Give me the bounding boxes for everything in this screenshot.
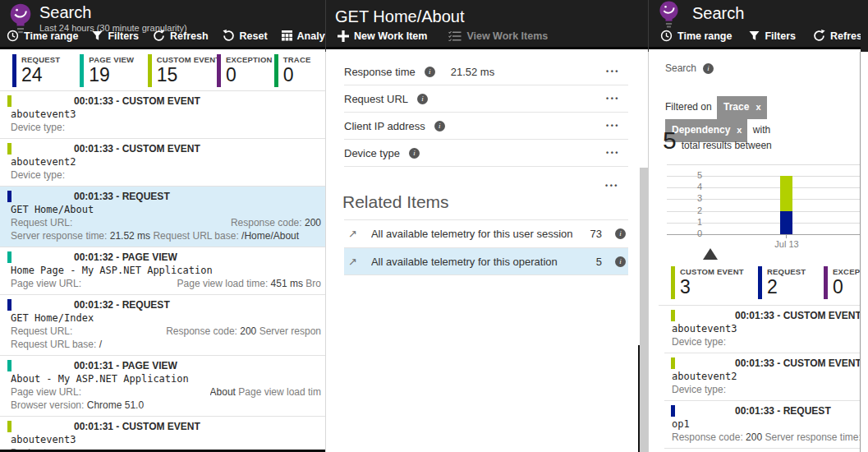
chart-y-tick-label: 2 bbox=[684, 205, 702, 215]
info-icon[interactable] bbox=[409, 148, 420, 159]
clock-icon bbox=[7, 30, 19, 42]
toolbar-filters[interactable]: Filters bbox=[749, 30, 796, 42]
more-options-icon[interactable]: ••• bbox=[606, 95, 620, 103]
telemetry-item[interactable]: 00:01:33 - CUSTOM EVENTaboutevent3Device… bbox=[664, 306, 861, 353]
more-options-icon[interactable]: ••• bbox=[605, 182, 619, 190]
item-header: 00:01:33 - REQUEST bbox=[0, 190, 321, 203]
detail-value: 200 bbox=[746, 431, 762, 443]
toolbar-refresh[interactable]: Refresh bbox=[813, 30, 861, 42]
blade-divider bbox=[648, 52, 649, 452]
telemetry-result-list: 00:01:33 - CUSTOM EVENTaboutevent3Device… bbox=[0, 91, 326, 452]
toolbar-item-label: Time range bbox=[24, 30, 78, 42]
info-icon[interactable] bbox=[434, 121, 445, 131]
telemetry-item[interactable]: 00:01:33 - REQUESTop1Response code: 200 … bbox=[664, 401, 861, 449]
property-row-request-url: Request URL••• bbox=[344, 85, 628, 113]
count-tile-exception[interactable]: EXCEPTION0 bbox=[217, 54, 274, 87]
triangle-up-icon[interactable] bbox=[703, 248, 718, 260]
detail-label: Server response time: bbox=[11, 230, 107, 242]
item-header: 00:01:33 - REQUEST bbox=[664, 404, 861, 417]
detail-left: Device type: bbox=[672, 383, 726, 396]
chart-bar-custom-event[interactable] bbox=[780, 176, 792, 211]
filter-chip-trace[interactable]: Tracex bbox=[717, 96, 766, 119]
telemetry-item[interactable]: 00:01:33 - CUSTOM EVENTaboutevent3Device… bbox=[0, 91, 326, 139]
toolbar-view-work-items[interactable]: View Work Items bbox=[448, 30, 548, 42]
info-icon[interactable] bbox=[417, 94, 428, 104]
detail-left: Device type: bbox=[672, 335, 726, 348]
count-color-bar bbox=[148, 54, 152, 87]
type-color-bar bbox=[7, 299, 11, 311]
toolbar-new-work-item[interactable]: New Work Item bbox=[338, 30, 427, 42]
info-icon[interactable] bbox=[703, 63, 714, 74]
item-name: aboutevent3 bbox=[0, 108, 321, 121]
detail-value: About bbox=[210, 386, 236, 398]
count-tile-trace[interactable]: TRACE0 bbox=[274, 54, 326, 87]
count-tile-page-view[interactable]: PAGE VIEW19 bbox=[80, 54, 147, 87]
filtered-search-blade: Search Time rangeFiltersRefresh Search F… bbox=[649, 0, 861, 452]
count-text: EXCEPTION0 bbox=[226, 54, 273, 87]
chart-bar-request[interactable] bbox=[780, 211, 792, 234]
count-tile-request[interactable]: REQUEST24 bbox=[12, 54, 80, 87]
count-tile-custom-event[interactable]: CUSTOM EVENT3 bbox=[671, 266, 758, 299]
toolbar-reset[interactable]: Reset bbox=[223, 30, 268, 42]
count-text: REQUEST2 bbox=[767, 266, 806, 299]
chart-y-tick-label: 5 bbox=[684, 170, 702, 180]
info-icon[interactable] bbox=[615, 256, 626, 267]
telemetry-item[interactable]: 00:01:31 - PAGE VIEWAbout - My ASP.NET A… bbox=[0, 356, 326, 417]
count-color-bar bbox=[758, 266, 762, 299]
detail-left: Request URL: bbox=[11, 216, 72, 229]
info-icon[interactable] bbox=[615, 228, 626, 239]
related-item-row[interactable]: ↗All available telemetry for this operat… bbox=[344, 247, 628, 275]
telemetry-item[interactable]: 00:01:32 - PAGE VIEWHome Page - My ASP.N… bbox=[0, 247, 326, 295]
more-options-icon[interactable]: ••• bbox=[606, 67, 620, 76]
telemetry-item[interactable]: 00:01:33 - REQUESTGET Home/AboutRequest … bbox=[0, 187, 326, 247]
telemetry-item[interactable]: 00:01:32 - REQUESTGET Home/IndexRequest … bbox=[0, 295, 326, 356]
clock-icon bbox=[660, 30, 673, 42]
detail-right: About Page view load tim bbox=[210, 385, 321, 399]
analytics-icon bbox=[282, 30, 292, 41]
remove-filter-icon[interactable]: x bbox=[755, 98, 760, 117]
related-items-heading: Related Items bbox=[342, 192, 449, 212]
blade-title: Search bbox=[692, 4, 744, 23]
detail-left: Device type: bbox=[11, 121, 65, 134]
count-label: PAGE VIEW bbox=[89, 55, 134, 64]
count-tile-exception[interactable]: EXCEPTION0 bbox=[824, 266, 861, 299]
results-time-chart: 543210Jul 13 bbox=[649, 164, 861, 258]
count-value: 0 bbox=[283, 64, 311, 86]
property-label: Client IP address bbox=[344, 120, 425, 132]
detail-value: / bbox=[99, 339, 102, 350]
toolbar-time-range[interactable]: Time range bbox=[7, 30, 78, 42]
blade-header: Search Time rangeFiltersRefresh bbox=[649, 0, 861, 49]
detail-label: Server response time: bbox=[765, 431, 861, 443]
detail-title: GET Home/About bbox=[335, 7, 464, 26]
item-name: GET Home/About bbox=[0, 203, 321, 216]
related-item-row[interactable]: ↗All available telemetry for this user s… bbox=[344, 219, 628, 247]
count-tile-custom-event[interactable]: CUSTOM EVENT15 bbox=[148, 54, 217, 87]
count-text: EXCEPTION0 bbox=[833, 266, 861, 299]
telemetry-item[interactable]: 00:01:33 - CUSTOM EVENTaboutevent2Device… bbox=[0, 139, 326, 187]
count-label: TRACE bbox=[283, 55, 311, 64]
item-name: GET Home/Index bbox=[0, 311, 321, 325]
detail-toolbar: New Work ItemView Work Items bbox=[338, 30, 548, 42]
item-header: 00:01:33 - CUSTOM EVENT bbox=[664, 357, 861, 370]
toolbar-time-range[interactable]: Time range bbox=[660, 30, 732, 42]
telemetry-item[interactable]: 00:01:33 - CUSTOM EVENTaboutevent2Device… bbox=[664, 353, 861, 401]
detail-left: Page view URL: bbox=[11, 385, 81, 399]
open-external-icon: ↗ bbox=[348, 228, 357, 240]
telemetry-item[interactable] bbox=[664, 449, 861, 452]
toolbar-analytics[interactable]: Analytics bbox=[282, 30, 326, 42]
more-options-icon[interactable]: ••• bbox=[606, 122, 620, 130]
telemetry-item[interactable]: 00:01:31 - CUSTOM EVENTaboutevent3Device… bbox=[0, 417, 326, 452]
toolbar-refresh[interactable]: Refresh bbox=[153, 30, 209, 42]
toolbar-filters[interactable]: Filters bbox=[92, 30, 139, 42]
checklist-icon bbox=[448, 31, 462, 41]
total-results: 5 total results between bbox=[663, 127, 772, 155]
item-detail-row: Request URL:Response code: 200 bbox=[0, 216, 321, 229]
info-icon[interactable] bbox=[425, 67, 435, 77]
detail-label: Page view URL: bbox=[11, 386, 81, 398]
count-tile-request[interactable]: REQUEST2 bbox=[758, 266, 824, 299]
more-options-icon[interactable]: ••• bbox=[606, 149, 620, 157]
detail-left: Request URL base: / bbox=[11, 338, 102, 351]
property-value: 21.52 ms bbox=[451, 66, 494, 78]
detail-label: Bro bbox=[305, 278, 321, 289]
detail-label: Device type: bbox=[11, 169, 65, 181]
